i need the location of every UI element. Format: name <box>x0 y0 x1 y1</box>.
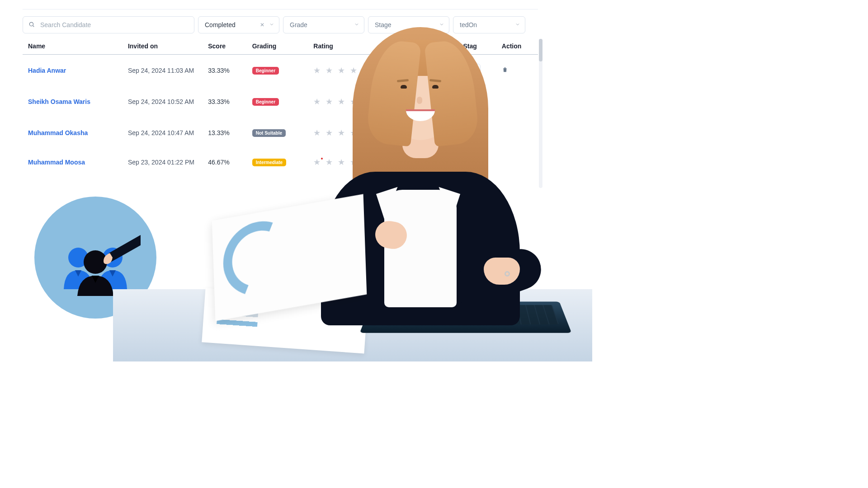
stage-filter-placeholder: Stage <box>375 21 392 28</box>
grade-filter[interactable]: Grade <box>283 16 364 33</box>
invited-on-cell: Sep 24, 2024 10:52 AM <box>123 86 203 117</box>
search-box[interactable] <box>23 16 194 33</box>
table-row: Muhammad Okasha Sep 24, 2024 10:47 AM 13… <box>23 117 538 148</box>
chevron-down-icon <box>515 21 520 29</box>
col-rating: Rating <box>308 38 401 55</box>
rating-stars[interactable]: ★ ★ ★ ★ ★ <box>308 117 401 148</box>
candidate-name-link[interactable]: Hadia Anwar <box>28 67 66 74</box>
chevron-down-icon <box>439 21 444 29</box>
status-cell: Completed <box>401 117 458 148</box>
rating-stars[interactable]: ★ ★ ★ ★ ★ <box>308 55 401 86</box>
rating-stars[interactable]: ★ ★ ★ ★ ★ <box>308 86 401 117</box>
candidate-name-link[interactable]: Sheikh Osama Waris <box>28 98 90 105</box>
stage-select[interactable]: No <box>463 64 481 77</box>
col-invited: Invited on <box>123 38 203 55</box>
vertical-scrollbar[interactable] <box>539 39 542 188</box>
filter-bar: Completed ✕ Grade Stage tedOn <box>23 16 538 33</box>
grading-badge: Beginner <box>252 98 279 106</box>
invited-on-filter[interactable]: tedOn <box>453 16 525 33</box>
table-row: Muhammad Moosa Sep 23, 2024 01:22 PM 46.… <box>23 148 538 176</box>
score-cell: 46.67% <box>203 148 246 176</box>
candidate-name-link[interactable]: Muhammad Okasha <box>28 129 88 136</box>
search-input[interactable] <box>40 17 194 33</box>
stage-filter[interactable]: Stage <box>368 16 449 33</box>
svg-line-1 <box>33 25 34 27</box>
col-score: Score <box>203 38 246 55</box>
col-grading: Grading <box>247 38 308 55</box>
candidates-table: Name Invited on Score Grading Rating Sta… <box>23 38 538 176</box>
score-cell: 33.33% <box>203 86 246 117</box>
chevron-down-icon <box>269 21 274 29</box>
score-cell: 33.33% <box>203 55 246 86</box>
candidate-panel: Completed ✕ Grade Stage tedOn Name Invit… <box>23 9 538 176</box>
stage-select[interactable]: No <box>463 126 481 139</box>
stage-select[interactable]: Re <box>463 95 481 108</box>
scrollbar-thumb[interactable] <box>539 39 542 61</box>
col-name: Name <box>23 38 123 55</box>
candidate-name-link[interactable]: Muhammad Moosa <box>28 159 85 166</box>
col-status: Status <box>401 38 458 55</box>
trash-icon[interactable] <box>502 66 508 74</box>
search-icon <box>23 21 40 29</box>
chevron-down-icon <box>354 21 359 29</box>
col-stage: Stag <box>458 38 496 55</box>
table-header-row: Name Invited on Score Grading Rating Sta… <box>23 38 538 55</box>
invited-on-cell: Sep 24, 2024 11:03 AM <box>123 55 203 86</box>
svg-point-0 <box>29 22 33 26</box>
status-cell: Completed <box>401 55 458 86</box>
indicator-dot <box>321 158 323 160</box>
status-filter-selected: Completed <box>205 21 236 28</box>
rating-stars[interactable]: ★ ★ ★ ★ ★ <box>308 148 401 176</box>
score-cell: 13.33% <box>203 117 246 148</box>
status-cell: Comple <box>401 148 458 176</box>
grading-badge: Beginner <box>252 67 279 75</box>
status-cell: Completed <box>401 86 458 117</box>
status-filter[interactable]: Completed ✕ <box>198 16 279 33</box>
grading-badge: Intermediate <box>252 159 286 166</box>
close-icon[interactable]: ✕ <box>260 22 264 28</box>
recruitment-illustration <box>34 197 156 319</box>
invited-on-cell: Sep 24, 2024 10:47 AM <box>123 117 203 148</box>
grading-badge: Not Suitable <box>252 129 286 137</box>
table-row: Hadia Anwar Sep 24, 2024 11:03 AM 33.33%… <box>23 55 538 86</box>
invited-on-cell: Sep 23, 2024 01:22 PM <box>123 148 203 176</box>
invited-on-filter-placeholder: tedOn <box>460 21 477 28</box>
col-action: Action <box>496 38 538 55</box>
grade-filter-placeholder: Grade <box>290 21 307 28</box>
table-row: Sheikh Osama Waris Sep 24, 2024 10:52 AM… <box>23 86 538 117</box>
